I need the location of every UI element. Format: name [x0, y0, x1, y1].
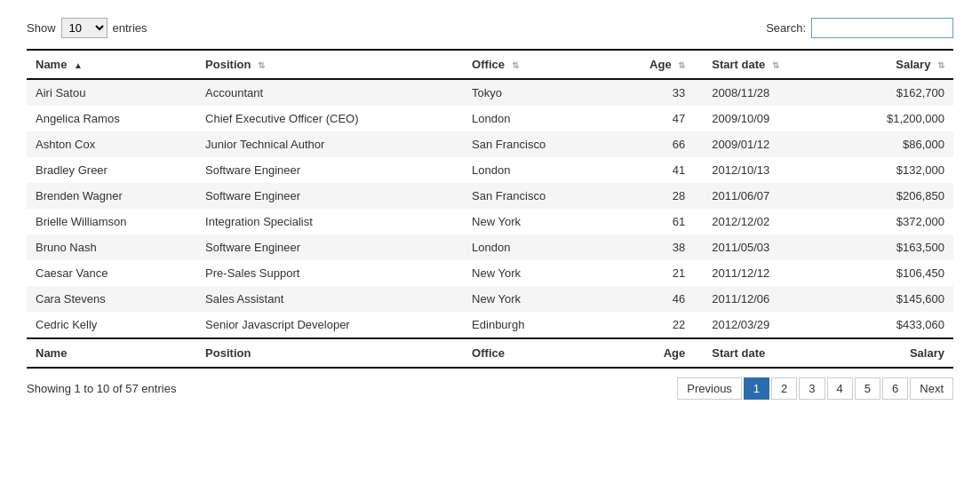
- entries-label: entries: [113, 21, 147, 35]
- page-btn-2[interactable]: 2: [771, 377, 797, 400]
- cell-name: Ashton Cox: [27, 131, 196, 157]
- table-row: Cedric Kelly Senior Javascript Developer…: [27, 312, 953, 338]
- cell-salary: $132,000: [835, 157, 953, 183]
- cell-age: 47: [606, 106, 703, 131]
- cell-salary: $163,500: [835, 234, 953, 260]
- col-header-position[interactable]: Position: [196, 50, 463, 79]
- page-btn-1[interactable]: 1: [744, 377, 769, 400]
- foot-col-salary: Salary: [835, 338, 953, 368]
- col-header-salary[interactable]: Salary: [835, 50, 953, 79]
- cell-startdate: 2011/12/12: [703, 260, 835, 286]
- table-row: Brenden Wagner Software Engineer San Fra…: [27, 183, 953, 209]
- cell-salary: $106,450: [835, 260, 953, 286]
- table-row: Airi Satou Accountant Tokyo 33 2008/11/2…: [27, 79, 953, 106]
- cell-name: Bruno Nash: [27, 234, 196, 260]
- cell-position: Integration Specialist: [196, 209, 463, 234]
- cell-office: San Francisco: [463, 183, 606, 209]
- entries-select[interactable]: 10 25 50 100: [61, 18, 108, 38]
- cell-office: New York: [463, 260, 606, 286]
- cell-age: 41: [606, 157, 703, 183]
- col-header-name[interactable]: Name: [27, 50, 196, 79]
- table-row: Angelica Ramos Chief Executive Officer (…: [27, 106, 953, 131]
- page-btn-3[interactable]: 3: [799, 377, 825, 400]
- cell-office: Edinburgh: [463, 312, 606, 338]
- next-button[interactable]: Next: [910, 377, 953, 400]
- table-row: Brielle Williamson Integration Specialis…: [27, 209, 953, 234]
- search-label: Search:: [766, 21, 806, 35]
- cell-position: Software Engineer: [196, 157, 463, 183]
- col-header-age[interactable]: Age: [606, 50, 703, 79]
- cell-startdate: 2011/05/03: [703, 234, 835, 260]
- cell-name: Brenden Wagner: [27, 183, 196, 209]
- cell-salary: $206,850: [835, 183, 953, 209]
- cell-startdate: 2011/12/06: [703, 286, 835, 312]
- header-row: Name Position Office Age Start date Sala…: [27, 50, 953, 79]
- cell-salary: $145,600: [835, 286, 953, 312]
- cell-name: Airi Satou: [27, 79, 196, 106]
- cell-startdate: 2009/10/09: [703, 106, 835, 131]
- cell-salary: $162,700: [835, 79, 953, 106]
- col-position-label: Position: [205, 58, 251, 71]
- cell-age: 46: [606, 286, 703, 312]
- cell-office: New York: [463, 286, 606, 312]
- cell-age: 21: [606, 260, 703, 286]
- col-header-startdate[interactable]: Start date: [703, 50, 835, 79]
- sort-icon-startdate: [772, 60, 779, 70]
- cell-name: Cedric Kelly: [27, 312, 196, 338]
- sort-icon-office: [512, 60, 519, 70]
- cell-office: New York: [463, 209, 606, 234]
- cell-age: 38: [606, 234, 703, 260]
- cell-name: Angelica Ramos: [27, 106, 196, 131]
- search-input[interactable]: [811, 18, 953, 38]
- footer-row: Name Position Office Age Start date Sala…: [27, 338, 953, 368]
- page-btn-4[interactable]: 4: [827, 377, 853, 400]
- col-age-label: Age: [649, 58, 672, 71]
- cell-startdate: 2011/06/07: [703, 183, 835, 209]
- table-row: Caesar Vance Pre-Sales Support New York …: [27, 260, 953, 286]
- table-row: Ashton Cox Junior Technical Author San F…: [27, 131, 953, 157]
- cell-position: Junior Technical Author: [196, 131, 463, 157]
- showing-info: Showing 1 to 10 of 57 entries: [27, 382, 176, 395]
- cell-salary: $372,000: [835, 209, 953, 234]
- cell-name: Caesar Vance: [27, 260, 196, 286]
- cell-position: Pre-Sales Support: [196, 260, 463, 286]
- cell-position: Accountant: [196, 79, 463, 106]
- cell-position: Software Engineer: [196, 183, 463, 209]
- search-box: Search:: [766, 18, 953, 38]
- data-table: Name Position Office Age Start date Sala…: [27, 49, 953, 369]
- cell-salary: $1,200,000: [835, 106, 953, 131]
- sort-icon-name: [74, 60, 83, 70]
- cell-startdate: 2012/03/29: [703, 312, 835, 338]
- col-salary-label: Salary: [896, 58, 930, 71]
- cell-age: 66: [606, 131, 703, 157]
- page-btn-6[interactable]: 6: [882, 377, 908, 400]
- cell-age: 33: [606, 79, 703, 106]
- cell-startdate: 2009/01/12: [703, 131, 835, 157]
- cell-name: Bradley Greer: [27, 157, 196, 183]
- bottom-bar: Showing 1 to 10 of 57 entries Previous 1…: [27, 377, 953, 400]
- cell-startdate: 2012/10/13: [703, 157, 835, 183]
- cell-position: Senior Javascript Developer: [196, 312, 463, 338]
- col-startdate-label: Start date: [712, 58, 765, 71]
- col-header-office[interactable]: Office: [463, 50, 606, 79]
- sort-icon-salary: [937, 60, 944, 70]
- col-name-label: Name: [36, 58, 67, 71]
- sort-icon-age: [678, 60, 685, 70]
- cell-office: London: [463, 234, 606, 260]
- cell-office: London: [463, 157, 606, 183]
- cell-name: Cara Stevens: [27, 286, 196, 312]
- prev-button[interactable]: Previous: [677, 377, 742, 400]
- sort-icon-position: [258, 60, 265, 70]
- cell-office: San Francisco: [463, 131, 606, 157]
- cell-salary: $433,060: [835, 312, 953, 338]
- cell-position: Sales Assistant: [196, 286, 463, 312]
- col-office-label: Office: [472, 58, 505, 71]
- cell-startdate: 2012/12/02: [703, 209, 835, 234]
- cell-age: 28: [606, 183, 703, 209]
- cell-office: Tokyo: [463, 79, 606, 106]
- foot-col-age: Age: [606, 338, 703, 368]
- show-entries: Show 10 25 50 100 entries: [27, 18, 147, 38]
- page-btn-5[interactable]: 5: [855, 377, 880, 400]
- foot-col-name: Name: [27, 338, 196, 368]
- pagination: Previous 1 2 3 4 5 6 Next: [677, 377, 953, 400]
